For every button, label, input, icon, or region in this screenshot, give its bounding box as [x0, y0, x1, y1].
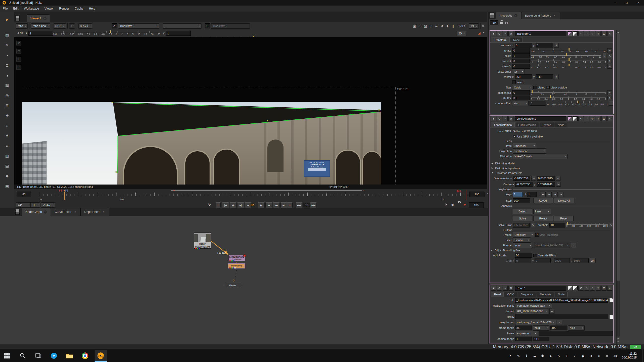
- file-browser-icon[interactable]: [609, 298, 613, 302]
- use-projection-checkbox[interactable]: ×: [535, 233, 539, 237]
- animation-curve-icon[interactable]: ∿: [607, 48, 612, 53]
- scale-slider[interactable]: 0.10.20.30.40.61234610: [531, 53, 601, 59]
- tab-background-renders[interactable]: Background Renders ×: [521, 12, 560, 19]
- gl-color-swatch[interactable]: [573, 286, 578, 290]
- viewer-handle-icon-3[interactable]: ✚: [16, 57, 21, 62]
- pane-arrow-icon[interactable]: ➤: [4, 16, 11, 23]
- shutter-slider[interactable]: 00.20.40.60.811.21.41.61.82: [531, 95, 606, 101]
- menu-item[interactable]: Workspace: [21, 7, 42, 10]
- revert-icon[interactable]: ↺: [590, 116, 595, 121]
- task-view-button[interactable]: [32, 350, 44, 362]
- center-node-icon[interactable]: ⊙: [497, 286, 502, 291]
- float-panel-icon[interactable]: ⊡: [601, 31, 607, 36]
- scale-split-button[interactable]: 2: [602, 53, 607, 58]
- gain-prev-icon[interactable]: ◀: [17, 32, 19, 34]
- close-button[interactable]: ×: [632, 0, 644, 6]
- group-distortion-model[interactable]: Distortion Model: [495, 162, 515, 165]
- panel-tab[interactable]: Node: [555, 122, 567, 127]
- solve-button[interactable]: Solve: [513, 216, 532, 221]
- filter-dropdown[interactable]: Cubic▾: [512, 85, 532, 90]
- disclosure-icon[interactable]: ▼: [491, 249, 493, 251]
- toolbar-filter-icon[interactable]: ▩: [4, 82, 11, 89]
- range-end-mode-dropdown[interactable]: hold▾: [568, 325, 585, 331]
- defender-icon[interactable]: ✓: [572, 353, 578, 358]
- fold-panel-icon[interactable]: ▼: [491, 31, 496, 36]
- motionblur-slider[interactable]: 00.10.40.71234: [531, 90, 606, 96]
- node-color-swatch[interactable]: [568, 31, 572, 36]
- autodesk-icon[interactable]: ▲: [548, 353, 553, 358]
- revert-icon[interactable]: ↺: [590, 31, 595, 36]
- animation-curve-icon[interactable]: ∿: [556, 176, 560, 180]
- scale-field[interactable]: 1: [512, 53, 530, 58]
- shutter-offset-slider[interactable]: -1-0.8-0.6-0.4-0.200.20.40.60.81: [547, 101, 608, 106]
- close-tab-icon[interactable]: ×: [102, 210, 105, 214]
- projection-dropdown[interactable]: Rectilinear▾: [513, 148, 546, 154]
- gain-slider[interactable]: 0.010.020.030.050.10.20.30.5123510203050: [53, 30, 160, 36]
- pen-icon[interactable]: ✎: [516, 353, 521, 358]
- proxy-format-equals-button[interactable]: =: [557, 320, 562, 325]
- tab-transform[interactable]: Transform: [491, 37, 510, 42]
- file-browser-icon[interactable]: [609, 315, 613, 319]
- snapshot-icon[interactable]: ▣: [451, 203, 454, 206]
- wipe-icon[interactable]: ▨: [423, 23, 428, 28]
- pause-icon[interactable]: ∥: [451, 23, 456, 28]
- animation-curve-icon[interactable]: ∿: [531, 223, 535, 227]
- loop-mode-icon[interactable]: ↻: [208, 203, 211, 207]
- keys-field[interactable]: 1: [513, 192, 523, 197]
- shutter-custom-field[interactable]: 0: [530, 101, 546, 106]
- close-tab-icon[interactable]: ×: [44, 210, 47, 214]
- b-buffer-dropdown[interactable]: Transform1: [211, 23, 250, 29]
- float-panel-icon[interactable]: ⊡: [601, 116, 607, 121]
- toolbar-deep-icon[interactable]: ≋: [4, 142, 11, 149]
- prev-frame-button[interactable]: ◀|: [237, 202, 244, 208]
- skew-order-dropdown[interactable]: XY▾: [512, 69, 525, 74]
- denominator-field-2[interactable]: 0.00813815: [537, 176, 555, 181]
- translate-y-field[interactable]: 0: [536, 43, 553, 48]
- panel-tab[interactable]: Python: [540, 122, 554, 127]
- viewer-handle-icon-4[interactable]: ▭: [16, 65, 21, 70]
- network-share-icon[interactable]: ✱: [540, 353, 545, 358]
- close-tab-icon[interactable]: ×: [553, 14, 556, 17]
- fold-panel-icon[interactable]: ▼: [491, 116, 496, 121]
- exposure-collapse-icon[interactable]: ▼: [483, 32, 485, 34]
- node-color-icon[interactable]: ▫: [503, 31, 508, 36]
- pipe-transform-to-viewer[interactable]: [235, 269, 237, 282]
- format-icon[interactable]: ▭: [417, 23, 422, 28]
- center-x-field[interactable]: 960: [515, 74, 532, 79]
- volume-icon[interactable]: ◁): [612, 353, 618, 358]
- close-tab-icon[interactable]: ×: [514, 14, 517, 17]
- tab-properties[interactable]: Properties ×: [496, 12, 521, 19]
- pane-menu-icon[interactable]: [15, 16, 20, 21]
- input-process-toggle[interactable]: IP: [69, 23, 75, 29]
- undo-icon[interactable]: ↶: [578, 116, 583, 121]
- group-adjust-bbox[interactable]: Adjust Bounding Box: [495, 249, 520, 252]
- color-sample-icon[interactable]: ◢: [478, 31, 480, 35]
- help-icon[interactable]: ?: [596, 116, 601, 121]
- toolbar-time-icon[interactable]: ◔: [4, 52, 11, 59]
- toolbar-color-icon[interactable]: ◑: [4, 72, 11, 79]
- nuke-taskbar-icon[interactable]: [95, 350, 107, 362]
- viewer-handle-icon-2[interactable]: ◹: [16, 49, 21, 54]
- float-panel-icon[interactable]: ⊡: [601, 286, 607, 291]
- viewer-canvas[interactable]: ◸◹✚▭ METROPOLITAN TABERNACLE Dr Peter Ma…: [14, 37, 487, 185]
- feature-point-marker[interactable]: ×: [115, 170, 117, 174]
- hidden-icons-chevron[interactable]: ∧: [508, 353, 513, 358]
- skew-x-field[interactable]: 0: [512, 59, 530, 63]
- channels-dropdown[interactable]: rgba▾: [16, 23, 28, 29]
- autodesk-app-icon[interactable]: A: [556, 353, 561, 358]
- group-distortion-parameters[interactable]: Distortion Parameters: [496, 171, 522, 174]
- panel-tab[interactable]: Grid Detection: [515, 122, 539, 127]
- animation-curve-icon[interactable]: ∿: [554, 43, 559, 48]
- skew-y-slider[interactable]: -1-0.8-0.6-0.4-0.200.20.40.60.81: [531, 64, 606, 69]
- black-outside-checkbox[interactable]: ×: [546, 86, 550, 89]
- disclosure-icon[interactable]: ▶: [492, 162, 493, 164]
- step-field[interactable]: 100: [513, 198, 530, 203]
- stack-icon[interactable]: ≣: [434, 23, 439, 28]
- node-color-icon[interactable]: ▫: [503, 286, 508, 291]
- close-panel-icon[interactable]: ×: [607, 31, 612, 36]
- lens-feature-line-edge[interactable]: [117, 136, 117, 173]
- toolbar-transform-icon[interactable]: ✚: [4, 112, 11, 119]
- collapse-toolbar-icon[interactable]: ≫: [482, 24, 485, 28]
- alpha-layer-dropdown[interactable]: rgba.alpha▾: [31, 23, 50, 29]
- display-window-icon[interactable]: ▣: [412, 23, 417, 28]
